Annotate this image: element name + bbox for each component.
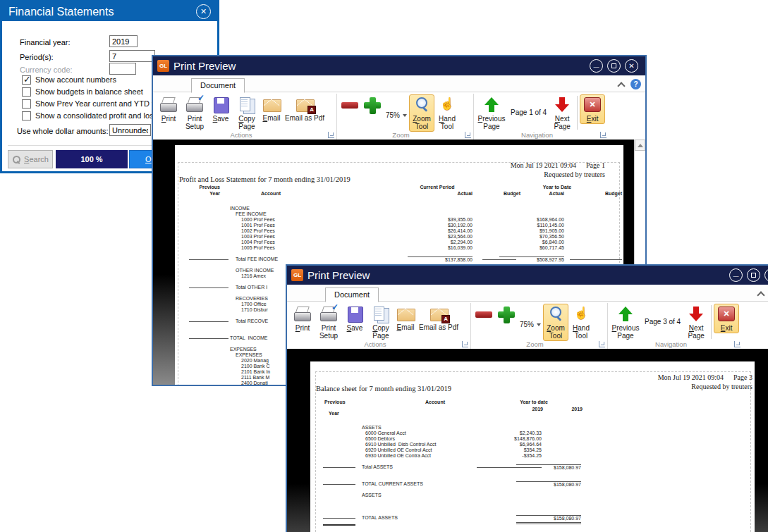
account-cell: 1005 Prof Fees [241,245,275,251]
periods-label: Period(s): [20,53,54,61]
scroll-up-icon[interactable] [635,140,645,151]
print-preview-window-2: GL Print Preview Document Print Print Se… [286,264,768,532]
next-page-button[interactable]: Next Page [549,94,575,132]
zoom-group: 75% Zoom Tool Hand Tool Zoom [336,94,473,140]
dialog-launcher-icon[interactable] [465,132,471,138]
close-icon[interactable] [196,4,211,19]
exit-button[interactable]: Exit [580,94,605,124]
periods-field[interactable] [109,50,155,62]
checkbox[interactable] [22,111,31,120]
amount-cell: $91,905.00 [499,228,564,234]
divider [711,305,712,339]
copy-page-button[interactable]: Copy Page [233,94,260,132]
checkbox[interactable] [22,75,31,85]
down-arrow-icon [685,305,707,323]
minimize-icon[interactable] [590,59,603,73]
zoom-in-icon [497,305,516,323]
report-page-3: Mon Jul 19 2021 09:04Page 3 Requested by… [310,361,755,532]
zoom-percent-dropdown[interactable]: 75% [384,110,409,120]
zoom-in-button[interactable] [495,304,518,325]
search-button[interactable]: Search [8,150,53,168]
copy-page-button[interactable]: Copy Page [367,304,394,341]
minimize-icon[interactable] [729,268,743,282]
zoom-percent-dropdown[interactable]: 75% [518,319,543,330]
next-page-button[interactable]: Next Page [683,304,709,341]
title-bar[interactable]: GL Print Preview [287,266,768,285]
account-cell: TOTAL INCOME [230,335,268,341]
zoom-percent-value: 75% [520,321,534,328]
dialog-launcher-icon[interactable] [734,341,740,347]
account-cell: 1001 Prof Fees [241,223,275,228]
zoom-out-icon [341,96,359,114]
email-button[interactable]: Email [394,304,417,333]
hand-tool-button[interactable]: Hand Tool [568,304,594,341]
account-cell: 6910 Unbilled Disb Control Acct [365,442,436,447]
collapse-ribbon-icon[interactable] [757,290,764,297]
maximize-icon[interactable] [607,59,621,73]
screen: Financial Statements Financial year: Per… [0,0,768,532]
previous-page-button[interactable]: Previous Page [609,304,642,341]
previous-page-button[interactable]: Previous Page [475,94,508,132]
print-setup-button[interactable]: Print Setup [315,304,342,341]
zoom-out-button[interactable] [339,94,361,116]
tab-document[interactable]: Document [325,287,379,302]
dialog-launcher-icon[interactable] [600,132,607,138]
print-button[interactable]: Print [290,304,315,333]
financial-year-field[interactable] [109,35,138,47]
email-button[interactable]: Email [260,94,283,123]
report-row: 6920 Unbilled OE Control Acct$354.25 [310,447,755,453]
print-button[interactable]: Print [156,94,181,124]
email-as-pdf-button[interactable]: Email as Pdf [417,304,461,333]
currency-code-field[interactable] [109,63,136,75]
account-cell: TOTAL CURRENT ASSETS [362,481,423,487]
title-bar[interactable]: GL Print Preview [153,56,645,75]
save-button[interactable]: Save [342,304,367,333]
dialog-launcher-icon[interactable] [599,341,605,347]
report-row: 1002 Prof Fees$26,414.00$91,905.00 [175,228,623,234]
account-cell: 6500 Debtors [365,436,395,442]
up-arrow-icon [615,305,636,323]
actions-group: Print Print Setup Save Copy Page Email E… [288,303,470,349]
up-arrow-icon [481,96,502,114]
email-as-pdf-button[interactable]: Email as Pdf [283,94,327,123]
amount-cell: $158,080.97 [516,515,581,521]
account-cell: ASSETS [362,425,382,431]
dialog-launcher-icon[interactable] [462,341,468,347]
zoom-out-button[interactable] [473,304,495,325]
maximize-icon[interactable] [747,268,760,282]
account-cell: 1216 Amex [241,273,266,279]
amount-cell: $6,840.00 [499,240,564,245]
report-spacer-row [310,487,755,493]
print-setup-button[interactable]: Print Setup [181,94,208,132]
save-button[interactable]: Save [208,94,233,124]
zoom-in-button[interactable] [361,94,384,116]
tab-document[interactable]: Document [191,78,245,93]
hand-tool-button[interactable]: Hand Tool [434,94,460,132]
amount-cell: $70,356.50 [499,234,564,240]
budget-rule [570,259,622,260]
checkbox[interactable] [22,99,31,109]
collapse-ribbon-icon[interactable] [617,80,625,88]
column-header: Account [425,400,445,405]
close-icon[interactable] [764,268,768,282]
zoom-tool-button[interactable]: Zoom Tool [409,94,434,132]
tab-strip: Document [153,75,645,92]
window-title: Print Preview [173,60,236,72]
column-header: 2019 [540,407,583,412]
zoom-tool-button[interactable]: Zoom Tool [543,304,568,341]
column-header: Budget [580,191,622,197]
report-row: 1000 Prof Fees$39,355.00$168,964.00 [175,217,623,223]
account-cell: Total OTHER I [236,285,267,290]
close-icon[interactable] [625,59,638,73]
dialog-title: Financial Statements [8,6,114,18]
whole-dollar-field[interactable] [109,124,151,136]
account-cell: Total ASSETS [362,464,393,470]
help-icon[interactable] [630,79,641,89]
column-header: Year to Date [522,185,592,190]
checkbox[interactable] [22,87,31,97]
dialog-launcher-icon[interactable] [328,132,334,138]
ribbon: Print Print Setup Save Copy Page Email E… [153,92,645,140]
exit-button[interactable]: Exit [714,304,739,333]
account-cell: 6000 General Acct [365,431,406,436]
amount-underline [516,522,581,523]
